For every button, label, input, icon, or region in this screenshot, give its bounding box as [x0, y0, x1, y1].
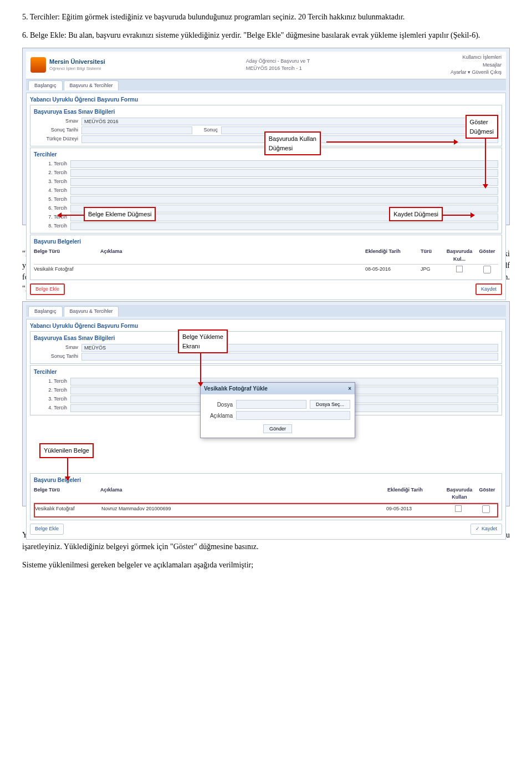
- save-button[interactable]: Kaydet: [475, 283, 502, 296]
- upload-dialog: Vesikalık Fotoğraf Yükle × Dosya Dosya S…: [200, 382, 355, 438]
- button-bar: Belge Ekle Kaydet: [30, 281, 502, 298]
- result-label: Sonuç: [196, 126, 218, 134]
- tab-start[interactable]: Başlangıç: [28, 80, 63, 91]
- settings-link[interactable]: Ayarlar: [451, 69, 466, 75]
- file-path-input[interactable]: [236, 400, 306, 409]
- callout-save: Kaydet Düğmesi: [389, 207, 443, 222]
- tercih-label: 1. Tercih: [34, 160, 67, 168]
- result-date-input-7[interactable]: [81, 353, 498, 361]
- figure-6: Mersin Üniversitesi Öğrenci İşleri Bilgi…: [22, 48, 510, 225]
- documents-title: Başvuru Belgeleri: [34, 237, 498, 246]
- description-label: Açıklama: [205, 412, 233, 420]
- arrow: [62, 215, 84, 216]
- add-document-button[interactable]: Belge Ekle: [30, 283, 65, 296]
- system-title: Mersin Üniversitesi: [49, 58, 105, 65]
- close-icon[interactable]: ×: [348, 384, 351, 393]
- arrow: [326, 141, 454, 143]
- header-center: Aday Öğrenci - Başvuru ve T MEÜYÖS 2016 …: [246, 58, 310, 73]
- result-date-label: Sonuç Tarihi: [34, 126, 78, 134]
- show-icon[interactable]: [483, 266, 491, 273]
- arrow: [485, 134, 486, 184]
- tab-application[interactable]: Başvuru & Tercihler: [64, 306, 119, 317]
- callout-upload-screen: Belge Yükleme Ekranı: [178, 329, 228, 353]
- browse-button[interactable]: Dosya Seç...: [310, 400, 350, 409]
- preferences-title-7: Tercihler: [34, 368, 498, 376]
- panel-title: Yabancı Uyruklu Öğrenci Başvuru Formu: [30, 95, 502, 104]
- main-tabs: Başlangıç Başvuru & Tercihler: [26, 79, 506, 91]
- logout-link[interactable]: Güvenli Çıkış: [472, 69, 502, 75]
- exam-value: MEÜYÖS 2016: [81, 118, 498, 125]
- doc-desc: [100, 266, 365, 276]
- required-docs-intro: Sisteme yüklenilmesi gereken belgeler ve…: [22, 559, 510, 571]
- exam-label-7: Sınav: [34, 344, 78, 352]
- doc-row-7: Vesikalık Fotoğraf Novruz Mammadov 20100…: [34, 503, 498, 518]
- documents-title-7: Başvuru Belgeleri: [34, 476, 498, 484]
- doc-date-7: 09-05-2013: [386, 505, 442, 516]
- save-button-7[interactable]: ✓ Kaydet: [470, 524, 502, 535]
- result-input[interactable]: [221, 126, 498, 134]
- use-in-application-checkbox[interactable]: [456, 266, 463, 272]
- callout-show-button: Göster Düğmesi: [466, 115, 498, 139]
- doc-type-7: Vesikalık Fotoğraf: [35, 505, 101, 516]
- main-tabs-7: Başlangıç Başvuru & Tercihler: [26, 305, 506, 317]
- tab-application[interactable]: Başvuru & Tercihler: [64, 80, 119, 91]
- arrow: [443, 215, 470, 216]
- doc-format: JPG: [421, 266, 443, 276]
- logo-icon: [30, 57, 46, 73]
- messages-link[interactable]: Mesajlar: [483, 62, 502, 68]
- header-user-menu: Kullanıcı İşlemleri Mesajlar Ayarlar ▾ G…: [451, 54, 502, 77]
- exam-panel-7: Başvuruya Esas Sınav Bilgileri: [34, 334, 498, 342]
- doc-type: Vesikalık Fotoğraf: [34, 266, 100, 276]
- doc-row: Vesikalık Fotoğraf 08-05-2016 JPG: [34, 265, 498, 277]
- description-input[interactable]: [236, 411, 350, 420]
- exam-panel-title: Başvuruya Esas Sınav Bilgileri: [34, 108, 498, 116]
- doc-table-header-7: Belge Türü Açıklama Eklendiği Tarih Başv…: [34, 485, 498, 503]
- use-checkbox-7[interactable]: [455, 505, 462, 512]
- tab-start[interactable]: Başlangıç: [28, 306, 63, 317]
- result-date-label-7: Sonuç Tarihi: [34, 353, 78, 361]
- dialog-title: Vesikalık Fotoğraf Yükle ×: [201, 383, 355, 394]
- intro-step5: 5. Tercihler: Eğitim görmek istediğiniz …: [22, 11, 510, 23]
- exam-label: Sınav: [34, 118, 78, 125]
- tercih-field[interactable]: [70, 160, 498, 168]
- system-subtitle: Öğrenci İşleri Bilgi Sistemi: [49, 65, 105, 72]
- doc-date: 08-05-2016: [365, 266, 421, 276]
- callout-use-button: Başvuruda Kullan Düğmesi: [264, 131, 321, 155]
- app-logo: Mersin Üniversitesi Öğrenci İşleri Bilgi…: [30, 57, 105, 73]
- arrow: [200, 352, 201, 382]
- result-date-input[interactable]: [81, 126, 192, 134]
- exam-value-7: MEÜYÖS: [81, 344, 498, 352]
- callout-uploaded-doc: Yüklenilen Belge: [39, 443, 94, 458]
- app-topbar: Mersin Üniversitesi Öğrenci İşleri Bilgi…: [26, 52, 506, 79]
- show-icon-7[interactable]: [482, 505, 490, 513]
- doc-table-header: Belge Türü Açıklama Eklendiği Tarih Türü…: [34, 247, 498, 265]
- doc-desc-7: Novruz Mammadov 201000699: [101, 505, 386, 516]
- add-document-button-7[interactable]: Belge Ekle: [30, 524, 64, 535]
- figure-7: Başlangıç Başvuru & Tercihler Yabancı Uy…: [22, 301, 510, 506]
- turkish-level-label: Türkçe Düzeyi: [34, 135, 78, 143]
- send-button[interactable]: Gönder: [263, 424, 292, 433]
- callout-add-doc: Belge Ekleme Düğmesi: [84, 207, 156, 222]
- panel-title-7: Yabancı Uyruklu Öğrenci Başvuru Formu: [30, 322, 502, 330]
- file-label: Dosya: [205, 400, 233, 409]
- intro-step6: 6. Belge Ekle: Bu alan, başvuru evrakını…: [22, 29, 510, 41]
- application-form-panel: Yabancı Uyruklu Öğrenci Başvuru Formu Ba…: [26, 93, 506, 300]
